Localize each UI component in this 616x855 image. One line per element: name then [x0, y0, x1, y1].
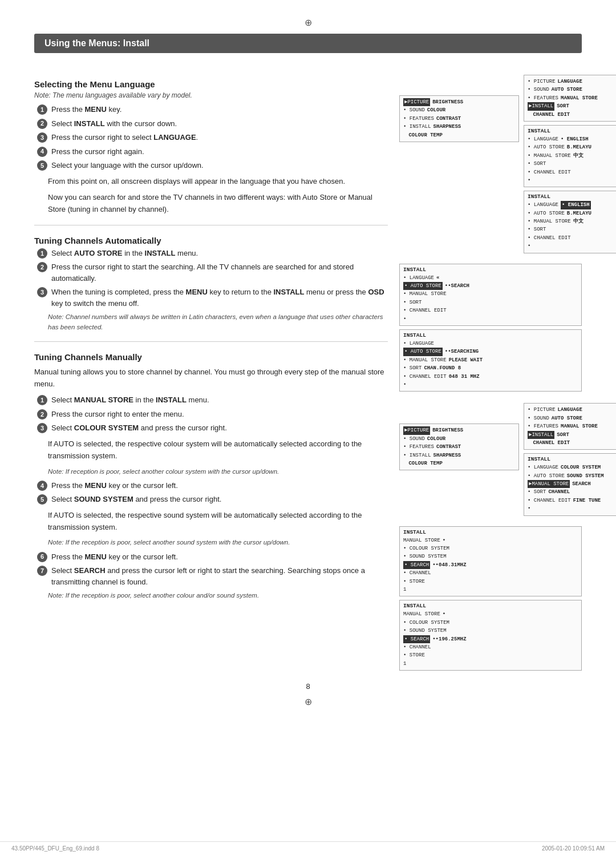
step-number: 5 — [37, 160, 47, 171]
step-3-4: 4 Press the MENU key or the cursor left. — [37, 480, 388, 491]
panel-title: INSTALL — [528, 456, 616, 462]
section2-steps: 1 Select AUTO STORE in the INSTALL menu.… — [37, 248, 388, 309]
left-panels-top: ►PICTURE BRIGHTNESS • SOUND COLOUR • FEA… — [399, 75, 519, 253]
right-column: ►PICTURE BRIGHTNESS • SOUND COLOUR • FEA… — [399, 69, 582, 671]
picture-row: ►PICTURE BRIGHTNESS — [403, 98, 515, 106]
step-text: Select SOUND SYSTEM and press the cursor… — [51, 494, 388, 505]
section2-title: Tuning Channels Automatically — [34, 236, 388, 245]
main-content: Selecting the Menu Language Note: The me… — [34, 69, 582, 671]
panel-title: INSTALL — [403, 529, 578, 535]
step-number: 3 — [37, 423, 47, 433]
divider1 — [34, 225, 388, 225]
auto-store-menus: INSTALL • LANGUAGE« • AUTO STORE ••SEARC… — [399, 264, 582, 392]
step-text: Press the cursor right to start the sear… — [51, 261, 388, 284]
step-3-1: 1 Select MANUAL STORE in the INSTALL men… — [37, 394, 388, 406]
section3-steps3: 6 Press the MENU key or the cursor left.… — [37, 551, 388, 588]
panel-title: INSTALL — [528, 128, 616, 134]
step-3-5: 5 Select SOUND SYSTEM and press the curs… — [37, 494, 388, 505]
auto-store-searching-panel: INSTALL • LANGUAGE • AUTO STORE ••SEARCH… — [399, 329, 582, 392]
search-freq-panel-1: INSTALL MANUAL STORE• • COLOUR SYSTEM • … — [399, 526, 582, 597]
step-text: Press the MENU key or the cursor left. — [51, 480, 388, 491]
section3-note-colour: Note: If reception is poor, select anoth… — [48, 467, 388, 477]
main-nav-panel: • PICTURE LANGUAGE • SOUND AUTO STORE • … — [524, 75, 616, 122]
section1-title: Selecting the Menu Language — [34, 79, 388, 89]
manual-store-menus-top: ►PICTURE BRIGHTNESS • SOUNDCOLOUR • FEAT… — [399, 403, 582, 515]
step-text: Press the cursor right to enter the menu… — [51, 409, 388, 420]
sound-row: • SOUND COLOUR — [403, 106, 515, 114]
section-manual-tune: Tuning Channels Manually Manual tuning a… — [34, 352, 388, 601]
step-number: 1 — [37, 248, 47, 259]
section3-intro: Manual tuning allows you to store channe… — [34, 366, 388, 390]
decoration-space — [399, 75, 519, 92]
features-row: • FEATURES CONTRAST — [403, 115, 515, 123]
menu-group-1: ►PICTURE BRIGHTNESS • SOUND COLOUR • FEA… — [399, 75, 582, 253]
step-number: 1 — [37, 395, 47, 405]
section2-note: Note: Channel numbers will always be wri… — [48, 312, 388, 332]
section3-note-sound: Note: If the reception is poor, select a… — [48, 538, 388, 547]
decoration-space2 — [399, 403, 519, 420]
left-panels-bottom: ►PICTURE BRIGHTNESS • SOUNDCOLOUR • FEAT… — [399, 403, 519, 515]
page-container: ⊕ Using the Menus: Install Selecting the… — [23, 0, 593, 741]
section1-steps: 1 Press the MENU key. 2 Select INSTALL w… — [37, 104, 388, 171]
panel-title: INSTALL — [403, 603, 578, 609]
step-number: 2 — [37, 119, 47, 129]
step-3-2: 2 Press the cursor right to enter the me… — [37, 409, 388, 420]
search-freq-panels: INSTALL MANUAL STORE• • COLOUR SYSTEM • … — [399, 526, 582, 671]
step-text: Select MANUAL STORE in the INSTALL menu. — [51, 394, 388, 406]
bottom-right-info: 2005-01-20 10:09:51 AM — [542, 845, 605, 852]
step-text: Press the MENU key. — [51, 104, 388, 115]
step-text: Select SEARCH and press the cursor left … — [51, 565, 388, 587]
step-2-1: 1 Select AUTO STORE in the INSTALL menu. — [37, 248, 388, 259]
section3-title: Tuning Channels Manually — [34, 352, 388, 362]
install-language-panel2: INSTALL • LANGUAGE• ENGLISH • AUTO STORE… — [524, 191, 616, 253]
step-number: 2 — [37, 409, 47, 420]
section-menu-language: Selecting the Menu Language Note: The me… — [34, 79, 388, 216]
step-number: 5 — [37, 494, 47, 505]
step-1-1: 1 Press the MENU key. — [37, 104, 388, 115]
step-text: Select INSTALL with the cursor down. — [51, 118, 388, 130]
step-text: Select AUTO STORE in the INSTALL menu. — [51, 248, 388, 259]
picture-row2: ►PICTURE BRIGHTNESS — [403, 426, 515, 434]
step-text: Press the cursor right to select LANGUAG… — [51, 132, 388, 143]
panel-title: INSTALL — [403, 267, 578, 273]
step-2-3: 3 When the tuning is completed, press th… — [37, 287, 388, 309]
main-nav-panel-2: • PICTURELANGUAGE • SOUNDAUTO STORE • FE… — [524, 403, 616, 450]
page-title: Using the Menus: Install — [34, 34, 582, 53]
step-3-6: 6 Press the MENU key or the cursor left. — [37, 551, 388, 563]
step-1-3: 3 Press the cursor right to select LANGU… — [37, 132, 388, 143]
step-number: 2 — [37, 262, 47, 272]
divider2 — [34, 341, 388, 342]
install-manual-store-panel: INSTALL • LANGUAGECOLOUR SYSTEM • AUTO S… — [524, 453, 616, 515]
section3-steps2: 4 Press the MENU key or the cursor left.… — [37, 480, 388, 505]
section1-subtitle: Note: The menu languages available vary … — [34, 91, 388, 99]
bottom-decoration: ⊕ — [34, 696, 582, 707]
picture-nav-row: • PICTURE LANGUAGE — [528, 78, 616, 86]
step-3-7: 7 Select SEARCH and press the cursor lef… — [37, 565, 388, 587]
step-1-2: 2 Select INSTALL with the cursor down. — [37, 118, 388, 130]
picture-menu-panel-1: ►PICTURE BRIGHTNESS • SOUND COLOUR • FEA… — [399, 95, 519, 142]
section1-para1: From this point on, all onscreen display… — [48, 176, 388, 188]
panel-title: INSTALL — [403, 332, 578, 338]
section3-note-search: Note: If the reception is poor, select a… — [48, 591, 388, 600]
step-text: When the tuning is completed, press the … — [51, 287, 388, 309]
step-number: 3 — [37, 132, 47, 143]
step-text: Press the MENU key or the cursor left. — [51, 551, 388, 563]
install-panels-group: • PICTURE LANGUAGE • SOUND AUTO STORE • … — [524, 75, 616, 253]
section3-steps: 1 Select MANUAL STORE in the INSTALL men… — [37, 394, 388, 434]
channel-edit-nav-row: CHANNEL EDIT — [528, 111, 616, 119]
install-language-panel1: INSTALL • LANGUAGE• ENGLISH • AUTO STORE… — [524, 125, 616, 187]
step-number: 4 — [37, 147, 47, 157]
auto-store-search-panel: INSTALL • LANGUAGE« • AUTO STORE ••SEARC… — [399, 264, 582, 326]
search-freq-panel-2: INSTALL MANUAL STORE• • COLOUR SYSTEM • … — [399, 600, 582, 671]
picture-menu-panel-2: ►PICTURE BRIGHTNESS • SOUNDCOLOUR • FEAT… — [399, 424, 519, 470]
sound-nav-row: • SOUND AUTO STORE — [528, 86, 616, 94]
section1-para2: Now you can search for and store the TV … — [48, 192, 388, 216]
manual-store-panels: • PICTURELANGUAGE • SOUNDAUTO STORE • FE… — [524, 403, 616, 515]
top-decoration: ⊕ — [34, 17, 582, 28]
step-text: Select your language with the cursor up/… — [51, 160, 388, 171]
section3-para-sound: If AUTO is selected, the respective soun… — [48, 510, 388, 534]
panel-title: INSTALL — [528, 193, 616, 200]
step-2-2: 2 Press the cursor right to start the se… — [37, 261, 388, 284]
step-number: 6 — [37, 552, 47, 562]
install-row: • INSTALL SHARPNESS — [403, 123, 515, 131]
